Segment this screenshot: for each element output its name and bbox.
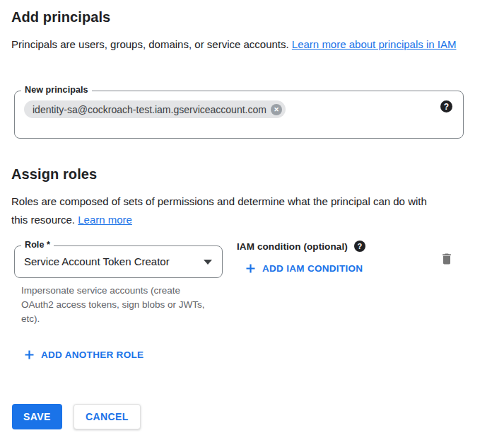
- page-title: Add principals: [11, 9, 110, 25]
- new-principals-label: New principals: [21, 85, 92, 95]
- learn-more-principals-link[interactable]: Learn more about principals in IAM: [292, 38, 457, 50]
- add-iam-condition-button[interactable]: ADD IAM CONDITION: [245, 263, 363, 274]
- learn-more-roles-link[interactable]: Learn more: [78, 214, 132, 226]
- role-selected-value: Service Account Token Creator: [24, 246, 170, 277]
- assign-roles-description-text: Roles are composed of sets of permission…: [11, 195, 427, 226]
- remove-principal-icon[interactable]: ✕: [271, 104, 282, 115]
- cancel-button[interactable]: CANCEL: [74, 404, 141, 429]
- principal-chip: identity-sa@cockroach-test.iam.gservicea…: [24, 100, 286, 118]
- role-select[interactable]: Role * Service Account Token Creator: [14, 245, 223, 278]
- add-another-role-button[interactable]: ADD ANOTHER ROLE: [24, 349, 143, 360]
- plus-icon: [245, 263, 256, 274]
- delete-role-button[interactable]: [438, 250, 456, 269]
- principal-chip-value: identity-sa@cockroach-test.iam.gservicea…: [33, 104, 266, 115]
- dropdown-arrow-icon: [204, 260, 212, 265]
- save-button[interactable]: SAVE: [12, 404, 62, 429]
- plus-icon: [24, 349, 35, 360]
- iam-condition-header: IAM condition (optional) ?: [237, 241, 365, 252]
- iam-condition-label: IAM condition (optional): [237, 241, 348, 252]
- principals-description: Principals are users, groups, domains, o…: [11, 35, 464, 54]
- principals-description-text: Principals are users, groups, domains, o…: [11, 38, 292, 50]
- assign-roles-description: Roles are composed of sets of permission…: [11, 192, 435, 229]
- new-principals-field[interactable]: New principals identity-sa@cockroach-tes…: [14, 91, 464, 139]
- new-principals-help-icon[interactable]: ?: [440, 100, 452, 112]
- role-helper-text: Impersonate service accounts (create OAu…: [21, 284, 205, 326]
- add-iam-condition-label: ADD IAM CONDITION: [262, 263, 363, 274]
- trash-icon: [440, 252, 454, 268]
- assign-roles-title: Assign roles: [11, 166, 97, 183]
- add-another-role-label: ADD ANOTHER ROLE: [41, 349, 143, 360]
- add-principals-panel: Add principals Principals are users, gro…: [0, 0, 504, 445]
- iam-condition-help-icon[interactable]: ?: [354, 241, 365, 252]
